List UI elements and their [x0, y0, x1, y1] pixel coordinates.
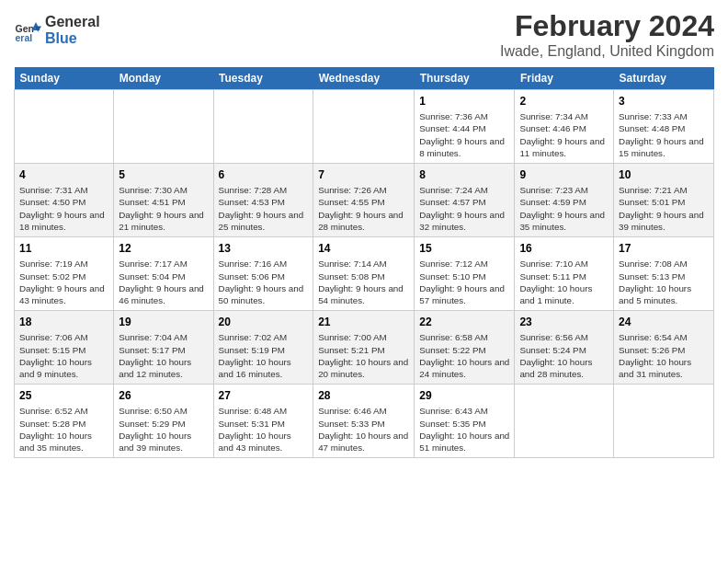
day-number: 5	[119, 167, 208, 182]
day-number: 8	[419, 167, 509, 182]
logo: Gen eral General Blue	[14, 14, 100, 46]
calendar-cell: 4Sunrise: 7:31 AM Sunset: 4:50 PM Daylig…	[15, 164, 114, 237]
day-info: Sunrise: 7:00 AM Sunset: 5:21 PM Dayligh…	[318, 331, 409, 380]
day-number: 24	[619, 315, 709, 329]
calendar-cell: 18Sunrise: 7:06 AM Sunset: 5:15 PM Dayli…	[15, 311, 114, 385]
calendar-cell: 12Sunrise: 7:17 AM Sunset: 5:04 PM Dayli…	[114, 237, 213, 311]
calendar-cell: 22Sunrise: 6:58 AM Sunset: 5:22 PM Dayli…	[415, 311, 515, 385]
day-info: Sunrise: 6:54 AM Sunset: 5:26 PM Dayligh…	[619, 331, 709, 380]
calendar-cell: 28Sunrise: 6:46 AM Sunset: 5:33 PM Dayli…	[313, 385, 415, 458]
header-wednesday: Wednesday	[313, 67, 415, 90]
day-number: 16	[519, 241, 609, 256]
day-info: Sunrise: 6:56 AM Sunset: 5:24 PM Dayligh…	[519, 331, 609, 380]
calendar-week-4: 18Sunrise: 7:06 AM Sunset: 5:15 PM Dayli…	[15, 311, 714, 385]
day-info: Sunrise: 7:14 AM Sunset: 5:08 PM Dayligh…	[318, 258, 409, 306]
day-info: Sunrise: 7:19 AM Sunset: 5:02 PM Dayligh…	[19, 258, 108, 306]
calendar-cell: 7Sunrise: 7:26 AM Sunset: 4:55 PM Daylig…	[313, 164, 415, 237]
calendar-week-1: 1Sunrise: 7:36 AM Sunset: 4:44 PM Daylig…	[15, 90, 714, 164]
calendar-week-3: 11Sunrise: 7:19 AM Sunset: 5:02 PM Dayli…	[15, 237, 714, 311]
day-info: Sunrise: 7:30 AM Sunset: 4:51 PM Dayligh…	[119, 184, 208, 233]
day-info: Sunrise: 7:17 AM Sunset: 5:04 PM Dayligh…	[119, 258, 208, 306]
day-info: Sunrise: 7:02 AM Sunset: 5:19 PM Dayligh…	[219, 331, 309, 380]
day-number: 21	[318, 315, 409, 329]
day-number: 27	[219, 388, 309, 403]
day-number: 11	[19, 241, 108, 256]
day-info: Sunrise: 7:06 AM Sunset: 5:15 PM Dayligh…	[19, 331, 108, 380]
day-info: Sunrise: 7:04 AM Sunset: 5:17 PM Dayligh…	[119, 331, 208, 380]
calendar-cell: 3Sunrise: 7:33 AM Sunset: 4:48 PM Daylig…	[614, 90, 714, 164]
header-saturday: Saturday	[614, 67, 714, 90]
subtitle: Iwade, England, United Kingdom	[500, 43, 714, 60]
day-number: 10	[619, 167, 709, 182]
page: Gen eral General Blue February 2024 Iwad…	[0, 0, 728, 463]
day-number: 26	[119, 388, 208, 403]
day-number: 2	[519, 94, 609, 109]
header: Gen eral General Blue February 2024 Iwad…	[14, 9, 714, 60]
calendar-cell	[515, 385, 614, 458]
calendar-cell: 14Sunrise: 7:14 AM Sunset: 5:08 PM Dayli…	[313, 237, 415, 311]
day-info: Sunrise: 7:26 AM Sunset: 4:55 PM Dayligh…	[318, 184, 409, 233]
calendar-cell: 29Sunrise: 6:43 AM Sunset: 5:35 PM Dayli…	[415, 385, 515, 458]
day-number: 7	[318, 167, 409, 182]
day-number: 20	[219, 315, 309, 329]
day-info: Sunrise: 7:08 AM Sunset: 5:13 PM Dayligh…	[619, 258, 709, 306]
calendar-table: Sunday Monday Tuesday Wednesday Thursday…	[14, 67, 714, 458]
calendar-header-row: Sunday Monday Tuesday Wednesday Thursday…	[15, 67, 714, 90]
calendar-cell: 10Sunrise: 7:21 AM Sunset: 5:01 PM Dayli…	[614, 164, 714, 237]
header-friday: Friday	[515, 67, 614, 90]
day-number: 4	[19, 167, 108, 182]
day-number: 17	[619, 241, 709, 256]
calendar-cell: 6Sunrise: 7:28 AM Sunset: 4:53 PM Daylig…	[213, 164, 313, 237]
day-info: Sunrise: 7:10 AM Sunset: 5:11 PM Dayligh…	[519, 258, 609, 306]
day-number: 3	[619, 94, 709, 109]
header-sunday: Sunday	[15, 67, 114, 90]
day-number: 25	[19, 388, 108, 403]
day-info: Sunrise: 6:52 AM Sunset: 5:28 PM Dayligh…	[19, 405, 108, 454]
calendar-cell	[313, 90, 415, 164]
day-number: 29	[419, 388, 509, 403]
calendar-cell: 2Sunrise: 7:34 AM Sunset: 4:46 PM Daylig…	[515, 90, 614, 164]
calendar-cell: 11Sunrise: 7:19 AM Sunset: 5:02 PM Dayli…	[15, 237, 114, 311]
day-info: Sunrise: 6:50 AM Sunset: 5:29 PM Dayligh…	[119, 405, 208, 454]
day-number: 19	[119, 315, 208, 329]
day-number: 1	[419, 94, 509, 109]
day-number: 18	[19, 315, 108, 329]
main-title: February 2024	[500, 9, 714, 43]
day-info: Sunrise: 6:48 AM Sunset: 5:31 PM Dayligh…	[219, 405, 309, 454]
day-info: Sunrise: 6:58 AM Sunset: 5:22 PM Dayligh…	[419, 331, 509, 380]
header-thursday: Thursday	[415, 67, 515, 90]
header-tuesday: Tuesday	[213, 67, 313, 90]
calendar-cell	[614, 385, 714, 458]
logo-icon: Gen eral	[14, 17, 41, 44]
calendar-cell: 23Sunrise: 6:56 AM Sunset: 5:24 PM Dayli…	[515, 311, 614, 385]
calendar-cell: 13Sunrise: 7:16 AM Sunset: 5:06 PM Dayli…	[213, 237, 313, 311]
day-number: 14	[318, 241, 409, 256]
calendar-cell: 24Sunrise: 6:54 AM Sunset: 5:26 PM Dayli…	[614, 311, 714, 385]
day-number: 9	[519, 167, 609, 182]
logo-text: General Blue	[45, 14, 100, 46]
calendar-cell: 5Sunrise: 7:30 AM Sunset: 4:51 PM Daylig…	[114, 164, 213, 237]
day-info: Sunrise: 6:43 AM Sunset: 5:35 PM Dayligh…	[419, 405, 509, 454]
svg-text:eral: eral	[16, 32, 33, 43]
calendar-cell	[114, 90, 213, 164]
calendar-cell: 9Sunrise: 7:23 AM Sunset: 4:59 PM Daylig…	[515, 164, 614, 237]
day-info: Sunrise: 7:36 AM Sunset: 4:44 PM Dayligh…	[419, 110, 509, 159]
day-number: 15	[419, 241, 509, 256]
calendar-week-5: 25Sunrise: 6:52 AM Sunset: 5:28 PM Dayli…	[15, 385, 714, 458]
day-number: 13	[219, 241, 309, 256]
calendar-cell: 8Sunrise: 7:24 AM Sunset: 4:57 PM Daylig…	[415, 164, 515, 237]
day-number: 6	[219, 167, 309, 182]
day-info: Sunrise: 7:23 AM Sunset: 4:59 PM Dayligh…	[519, 184, 609, 233]
calendar-week-2: 4Sunrise: 7:31 AM Sunset: 4:50 PM Daylig…	[15, 164, 714, 237]
day-info: Sunrise: 7:21 AM Sunset: 5:01 PM Dayligh…	[619, 184, 709, 233]
calendar-cell: 26Sunrise: 6:50 AM Sunset: 5:29 PM Dayli…	[114, 385, 213, 458]
calendar-cell	[213, 90, 313, 164]
day-info: Sunrise: 7:34 AM Sunset: 4:46 PM Dayligh…	[519, 110, 609, 159]
calendar-cell: 21Sunrise: 7:00 AM Sunset: 5:21 PM Dayli…	[313, 311, 415, 385]
calendar-cell: 16Sunrise: 7:10 AM Sunset: 5:11 PM Dayli…	[515, 237, 614, 311]
day-number: 23	[519, 315, 609, 329]
calendar-cell: 19Sunrise: 7:04 AM Sunset: 5:17 PM Dayli…	[114, 311, 213, 385]
day-info: Sunrise: 7:12 AM Sunset: 5:10 PM Dayligh…	[419, 258, 509, 306]
day-number: 22	[419, 315, 509, 329]
calendar-cell	[15, 90, 114, 164]
